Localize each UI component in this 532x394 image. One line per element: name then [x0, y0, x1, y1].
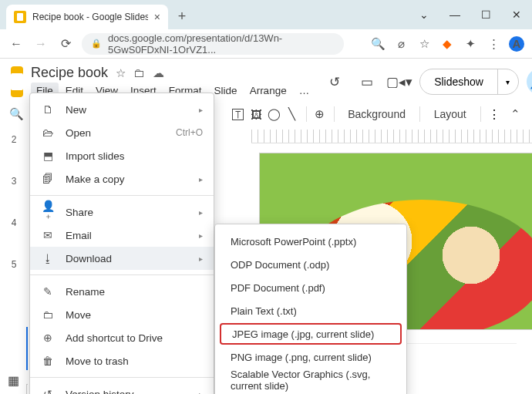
file-menu-trash[interactable]: 🗑 Move to trash [30, 349, 214, 372]
forward-button[interactable]: → [32, 35, 49, 52]
shape-icon[interactable]: ◯ [267, 103, 281, 125]
slideshow-button-group: Slideshow ▾ [419, 69, 519, 95]
file-menu-new[interactable]: 🗋 New ▸ [30, 98, 214, 121]
shortcut-label: Ctrl+O [176, 127, 203, 138]
slides-favicon [14, 11, 26, 23]
chevron-right-icon: ▸ [199, 106, 203, 114]
doc-title[interactable]: Recipe book [31, 65, 108, 81]
search-icon[interactable]: 🔍 [370, 36, 386, 52]
download-odp[interactable]: ODP Document (.odp) [220, 254, 402, 275]
download-pdf[interactable]: PDF Document (.pdf) [220, 277, 402, 298]
rename-icon: ✎ [41, 285, 55, 298]
lock-icon: 🔒 [91, 39, 102, 49]
slideshow-dropdown[interactable]: ▾ [498, 69, 518, 94]
trash-icon: 🗑 [41, 355, 55, 367]
download-pptx[interactable]: Microsoft PowerPoint (.pptx) [220, 231, 402, 252]
reload-button[interactable]: ⟳ [57, 35, 74, 52]
share-button[interactable]: 👤⁺ [527, 69, 532, 95]
close-tab-icon[interactable]: × [154, 11, 160, 23]
maximize-icon[interactable]: ☐ [475, 8, 497, 21]
address-bar: ← → ⟳ 🔒 docs.google.com/presentation/d/1… [0, 29, 532, 59]
translate-icon[interactable]: ⌀ [393, 36, 409, 52]
background-button[interactable]: Background [340, 108, 413, 120]
thumb-num: 3 [12, 176, 17, 187]
thumb-num: 2 [12, 134, 17, 145]
thumb-num: 5 [12, 259, 17, 270]
brave-icon[interactable]: ◆ [439, 36, 455, 52]
browser-tabstrip: Recipe book - Google Slides × + ⌄ — ☐ ✕ [0, 0, 532, 29]
ruler-horizontal [251, 130, 532, 143]
history-icon[interactable]: ↺ [322, 69, 347, 94]
folder-open-icon: 🗁 [41, 126, 55, 139]
chevron-right-icon: ▸ [199, 208, 203, 217]
slides-logo[interactable] [11, 66, 23, 97]
image-icon[interactable]: 🖼 [249, 103, 264, 125]
filmstrip-numbers: 2 3 4 5 [0, 130, 28, 392]
file-menu-share[interactable]: 👤⁺ Share ▸ [30, 200, 214, 224]
menu-more[interactable]: … [294, 83, 315, 99]
file-menu-version-history[interactable]: ↺ Version history ▸ [30, 382, 214, 394]
slideshow-button[interactable]: Slideshow [420, 69, 498, 94]
collapse-panel-icon[interactable]: ⌃ [508, 103, 523, 125]
email-icon: ✉ [41, 229, 55, 241]
new-tab-button[interactable]: + [171, 5, 193, 27]
browser-actions: 🔍 ⌀ ☆ ◆ ✦ ⋮ A [370, 36, 524, 52]
import-icon: ⬒ [41, 150, 55, 162]
download-txt[interactable]: Plain Text (.txt) [220, 300, 402, 322]
file-menu-download[interactable]: ⭳ Download ▸ [30, 247, 214, 270]
close-window-icon[interactable]: ✕ [506, 8, 527, 21]
line-icon[interactable]: ╲ [285, 103, 299, 125]
layout-button[interactable]: Layout [426, 108, 474, 120]
file-menu-add-shortcut[interactable]: ⊕ Add shortcut to Drive [30, 326, 214, 349]
url-text: docs.google.com/presentation/d/13Wn-5GwS… [108, 32, 335, 56]
file-menu-rename[interactable]: ✎ Rename [30, 280, 214, 303]
download-submenu: Microsoft PowerPoint (.pptx) ODP Documen… [214, 224, 407, 394]
back-button[interactable]: ← [8, 35, 25, 52]
extensions-icon[interactable]: ✦ [463, 36, 478, 52]
chevron-right-icon: ▸ [199, 390, 203, 395]
comment-add-icon[interactable]: ⊕ [312, 103, 327, 125]
file-menu-dropdown: 🗋 New ▸ 🗁 Open Ctrl+O ⬒ Import slides 🗐 … [29, 93, 214, 394]
file-menu-import[interactable]: ⬒ Import slides [30, 144, 214, 167]
download-jpg[interactable]: JPEG image (.jpg, current slide) [220, 323, 402, 345]
tab-title: Recipe book - Google Slides [32, 12, 148, 22]
minimize-icon[interactable]: — [444, 8, 466, 21]
file-menu-email[interactable]: ✉ Email ▸ [30, 224, 214, 247]
comments-icon[interactable]: ▭ [355, 69, 379, 94]
move-icon: 🗀 [41, 308, 55, 321]
textbox-icon[interactable]: 🅃 [231, 103, 245, 125]
search-menus-icon[interactable]: 🔍 [9, 103, 24, 125]
history-icon: ↺ [41, 388, 55, 394]
file-menu-make-copy[interactable]: 🗐 Make a copy ▸ [30, 167, 214, 190]
chevron-down-icon[interactable]: ⌄ [413, 8, 435, 21]
cloud-status-icon[interactable]: ☁ [153, 66, 164, 80]
download-png[interactable]: PNG image (.png, current slide) [220, 346, 402, 368]
share-icon: 👤⁺ [41, 200, 55, 224]
window-controls: ⌄ — ☐ ✕ [413, 0, 527, 29]
grid-view-icon[interactable]: ▦ [8, 373, 19, 388]
download-icon: ⭳ [41, 252, 55, 264]
chevron-right-icon: ▸ [199, 231, 203, 240]
meet-icon[interactable]: ▢◂▾ [387, 69, 412, 94]
copy-icon: 🗐 [41, 173, 55, 185]
browser-tab[interactable]: Recipe book - Google Slides × [6, 5, 168, 29]
browser-avatar[interactable]: A [509, 36, 524, 52]
menu-arrange[interactable]: Arrange [244, 83, 292, 99]
file-menu-move[interactable]: 🗀 Move [30, 303, 214, 326]
thumb-num: 4 [12, 217, 17, 228]
url-box[interactable]: 🔒 docs.google.com/presentation/d/13Wn-5G… [82, 33, 344, 55]
menu-dots-icon[interactable]: ⋮ [486, 36, 501, 52]
download-svg[interactable]: Scalable Vector Graphics (.svg, current … [220, 369, 402, 391]
file-menu-open[interactable]: 🗁 Open Ctrl+O [30, 121, 214, 144]
new-doc-icon: 🗋 [41, 103, 55, 116]
chevron-right-icon: ▸ [199, 175, 203, 184]
chevron-right-icon: ▸ [199, 254, 203, 263]
drive-shortcut-icon: ⊕ [41, 332, 55, 344]
star-icon[interactable]: ☆ [116, 66, 126, 80]
toolbar-more-icon[interactable]: ⋮ [487, 103, 501, 125]
bookmark-icon[interactable]: ☆ [416, 36, 432, 52]
move-folder-icon[interactable]: 🗀 [133, 66, 145, 79]
